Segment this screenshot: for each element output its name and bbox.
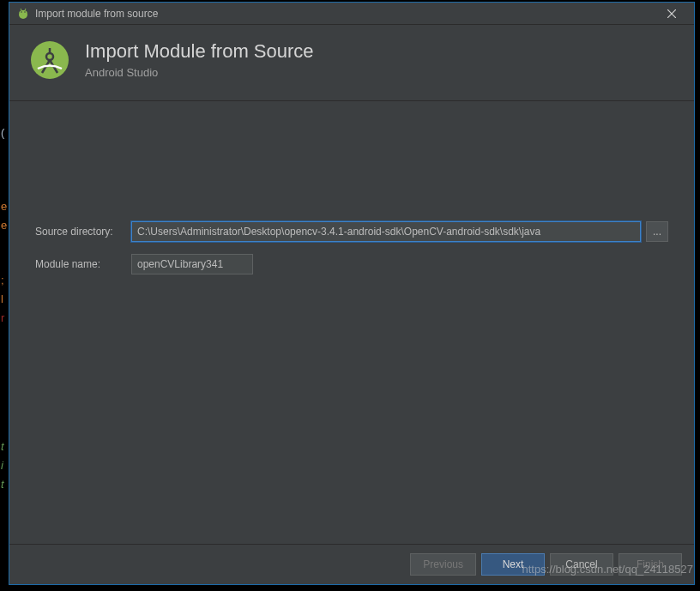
module-name-label: Module name: (35, 258, 131, 270)
import-module-dialog: Import module from source Import Module … (9, 2, 695, 585)
source-directory-label: Source directory: (35, 226, 131, 238)
background-code-char: ( (1, 124, 4, 142)
background-code-char: l (1, 290, 3, 309)
svg-rect-1 (20, 10, 27, 15)
svg-point-2 (21, 11, 22, 13)
next-button[interactable]: Next (481, 553, 545, 576)
svg-point-3 (24, 11, 26, 13)
background-code-char: t (1, 475, 4, 494)
module-name-row: Module name: (35, 254, 668, 274)
window-title: Import module from source (35, 8, 656, 20)
dialog-header: Import Module from Source Android Studio (9, 25, 694, 101)
editor-background: (ee;lrtit (0, 0, 9, 591)
android-studio-icon (16, 7, 30, 21)
cancel-button[interactable]: Cancel (550, 553, 613, 576)
background-code-char: e (1, 216, 7, 235)
background-code-char: t (1, 437, 4, 456)
browse-button[interactable]: ... (646, 221, 668, 242)
background-code-char: i (1, 456, 3, 475)
background-code-char: r (1, 309, 4, 328)
source-directory-input[interactable] (131, 221, 641, 242)
svg-line-5 (25, 9, 26, 10)
dialog-content: Source directory: ... Module name: (9, 101, 694, 544)
module-name-input[interactable] (131, 254, 253, 274)
button-bar: Previous Next Cancel Finish (9, 544, 694, 584)
svg-line-4 (21, 9, 21, 10)
background-code-char: ; (1, 271, 4, 290)
background-code-char: e (1, 197, 7, 216)
titlebar: Import module from source (9, 3, 694, 25)
finish-button[interactable]: Finish (619, 553, 682, 576)
android-studio-logo-icon (30, 40, 69, 83)
close-icon[interactable] (656, 3, 687, 24)
previous-button[interactable]: Previous (410, 553, 476, 576)
dialog-title: Import Module from Source (85, 40, 314, 63)
dialog-subtitle: Android Studio (85, 66, 314, 79)
source-directory-row: Source directory: ... (35, 221, 668, 242)
